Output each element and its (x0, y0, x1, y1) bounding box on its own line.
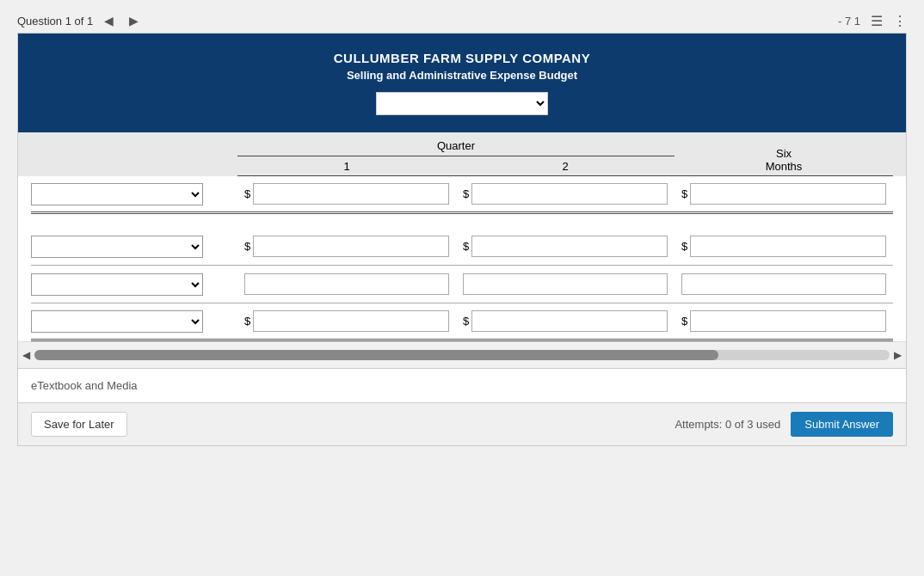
row2-q1-input[interactable] (253, 236, 449, 257)
etextbook-label: eTextbook and Media (31, 379, 138, 392)
header-dropdown[interactable]: Option 1 Option 2 (376, 92, 548, 115)
scroll-thumb (34, 350, 718, 360)
row3-dropdown[interactable] (31, 273, 203, 296)
row2-q2-cell: $ (456, 232, 675, 260)
scroll-right-arrow[interactable]: ▶ (894, 349, 902, 361)
row1-q2-input[interactable] (471, 183, 668, 205)
row3-six-input[interactable] (681, 273, 886, 295)
budget-title: Selling and Administrative Expense Budge… (44, 69, 880, 82)
row1-q2-cell: $ (456, 180, 675, 208)
row4-six-input[interactable] (690, 310, 886, 332)
row4-q2-input[interactable] (471, 310, 668, 332)
row4-dropdown[interactable] (31, 310, 203, 333)
row2-q1-cell: $ (237, 232, 456, 260)
row1-q1-cell: $ (237, 180, 456, 208)
row4-q2-dollar: $ (463, 315, 469, 328)
page-indicator: - 7 1 (838, 15, 860, 28)
row1-six-cell: $ (675, 180, 893, 208)
list-icon[interactable]: ☰ (871, 13, 883, 29)
row1-label-cell (31, 183, 237, 205)
row3-q2-input[interactable] (463, 273, 668, 295)
save-later-button[interactable]: Save for Later (31, 412, 127, 437)
etextbook-bar: eTextbook and Media (18, 368, 906, 402)
row2-q2-input[interactable] (471, 236, 668, 257)
row1-dropdown[interactable] (31, 183, 203, 205)
row2-six-cell: $ (675, 232, 893, 260)
row2-label-cell (31, 236, 237, 258)
submit-answer-button[interactable]: Submit Answer (791, 412, 893, 437)
table-row (31, 266, 893, 303)
company-name: CULLUMBER FARM SUPPLY COMPANY (44, 51, 880, 65)
prev-button[interactable]: ◀ (100, 12, 118, 29)
budget-rows: $ $ $ (18, 176, 906, 341)
row2-dropdown[interactable] (31, 236, 203, 258)
bottom-actions: Save for Later Attempts: 0 of 3 used Sub… (18, 402, 906, 445)
row4-six-cell: $ (675, 307, 893, 335)
question-indicator: Question 1 of 1 (17, 15, 93, 28)
more-icon[interactable]: ⋮ (893, 13, 907, 29)
q1-label: 1 (237, 160, 456, 176)
row3-six-cell (675, 270, 893, 298)
table-row: $ $ $ (31, 303, 893, 341)
row4-six-dollar: $ (681, 315, 687, 328)
row3-q1-cell (237, 270, 456, 298)
row1-q2-dollar: $ (463, 187, 469, 200)
quarter-label: Quarter (237, 139, 675, 156)
scroll-track[interactable] (34, 350, 890, 360)
row1-q1-dollar: $ (244, 187, 250, 200)
scroll-left-arrow[interactable]: ◀ (22, 349, 30, 361)
row4-q1-dollar: $ (244, 315, 250, 328)
table-row: $ $ $ (31, 228, 893, 266)
next-button[interactable]: ▶ (125, 12, 143, 29)
six-months-label: Six Months (675, 147, 893, 176)
row2-six-input[interactable] (690, 236, 886, 257)
attempts-indicator: Attempts: 0 of 3 used (675, 418, 780, 431)
row2-six-dollar: $ (681, 240, 687, 253)
row3-label-cell (31, 273, 237, 296)
row2-q2-dollar: $ (463, 240, 469, 253)
row4-q1-input[interactable] (253, 310, 449, 332)
scrollbar-area: ◀ ▶ (18, 341, 906, 368)
row3-q1-input[interactable] (244, 273, 449, 295)
row4-label-cell (31, 310, 237, 333)
row4-q2-cell: $ (456, 307, 675, 335)
row1-six-dollar: $ (681, 187, 687, 200)
budget-header: CULLUMBER FARM SUPPLY COMPANY Selling an… (18, 34, 906, 132)
table-row: $ $ $ (31, 176, 893, 214)
row4-q1-cell: $ (237, 307, 456, 335)
row3-q2-cell (456, 270, 675, 298)
row2-q1-dollar: $ (244, 240, 250, 253)
q2-label: 2 (456, 160, 675, 176)
right-actions: Attempts: 0 of 3 used Submit Answer (675, 412, 893, 437)
row1-q1-input[interactable] (253, 183, 449, 205)
row1-six-input[interactable] (690, 183, 886, 205)
